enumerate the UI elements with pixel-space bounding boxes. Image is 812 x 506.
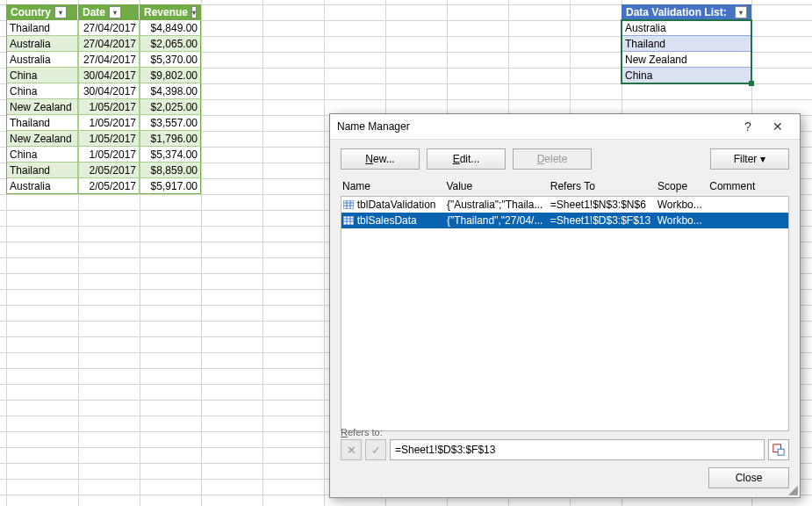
refers-cell: =Sheet1!$D$3:$F$13	[549, 214, 656, 227]
name-manager-dialog: Name Manager ? ✕ NNew...ew... Edit... De…	[329, 113, 801, 498]
table-cell[interactable]: 1/05/2017	[78, 115, 140, 131]
dialog-footer: Close	[708, 467, 789, 488]
selection-outline	[622, 20, 751, 83]
table-cell[interactable]: Thailand	[6, 115, 78, 131]
table-cell[interactable]: $1,796.00	[140, 131, 201, 147]
filter-dropdown-icon[interactable]: ▾	[191, 6, 197, 18]
selection-handle[interactable]	[749, 81, 754, 86]
range-picker-button[interactable]	[768, 439, 789, 460]
filter-dropdown-icon[interactable]: ▾	[54, 6, 67, 18]
filter-dropdown-icon[interactable]: ▾	[735, 6, 747, 18]
validation-header[interactable]: Data Validation List: ▾	[622, 4, 751, 20]
table-cell[interactable]: 27/04/2017	[78, 36, 140, 52]
table-cell[interactable]: 1/05/2017	[78, 131, 140, 147]
table-cell[interactable]: New Zealand	[6, 131, 78, 147]
dialog-title: Name Manager	[337, 120, 733, 133]
table-cell[interactable]: 2/05/2017	[78, 178, 140, 194]
refers-accept-button: ✓	[365, 439, 386, 460]
col-value[interactable]: Value	[444, 178, 548, 194]
svg-rect-11	[778, 449, 784, 455]
table-cell[interactable]: $2,025.00	[140, 99, 201, 115]
table-cell[interactable]: 1/05/2017	[78, 147, 140, 163]
svg-rect-5	[343, 216, 354, 225]
col-refers[interactable]: Refers To	[549, 178, 656, 194]
refers-to-value: =Sheet1!$D$3:$F$13	[395, 444, 495, 456]
col-name[interactable]: Name	[341, 178, 444, 194]
dialog-toolbar: NNew...ew... Edit... Delete Filter▾	[330, 140, 800, 177]
col-comment[interactable]: Comment	[708, 178, 789, 194]
name-cell: tblDataValidation	[356, 199, 445, 211]
edit-button[interactable]: Edit...	[427, 148, 506, 170]
filter-dropdown-icon[interactable]: ▾	[109, 6, 121, 18]
dialog-titlebar[interactable]: Name Manager ? ✕	[330, 114, 800, 140]
table-cell[interactable]: New Zealand	[6, 99, 78, 115]
table-cell[interactable]: $5,370.00	[140, 52, 201, 68]
close-button[interactable]: Close	[708, 467, 789, 488]
table-cell[interactable]: $4,849.00	[140, 20, 201, 36]
sales-col-country[interactable]: Country ▾	[6, 4, 78, 20]
table-cell[interactable]: 1/05/2017	[78, 99, 140, 115]
validation-header-label: Data Validation List:	[626, 6, 727, 18]
name-entry[interactable]: tblSalesData{"Thailand","27/04/...=Sheet…	[341, 213, 788, 228]
delete-button: Delete	[513, 148, 592, 170]
sales-col-date-label: Date	[83, 6, 105, 18]
table-icon	[341, 216, 356, 225]
new-button[interactable]: NNew...ew...	[341, 148, 420, 170]
name-entry[interactable]: tblDataValidation{"Australia";"Thaila...…	[341, 197, 788, 213]
table-cell[interactable]: $3,557.00	[140, 115, 201, 131]
table-cell[interactable]: Thailand	[6, 20, 78, 36]
table-cell[interactable]: 2/05/2017	[78, 163, 140, 178]
worksheet: Country ▾ Date ▾ Revenue ▾ Thailand27/04…	[0, 0, 812, 506]
scope-cell: Workbo...	[656, 214, 708, 227]
table-icon	[341, 200, 356, 209]
table-cell[interactable]: 30/04/2017	[78, 83, 140, 99]
col-scope[interactable]: Scope	[656, 178, 708, 194]
table-cell[interactable]: $5,917.00	[140, 178, 201, 194]
table-cell[interactable]: $4,398.00	[140, 83, 201, 99]
names-list-header: Name Value Refers To Scope Comment	[330, 178, 800, 194]
table-cell[interactable]: Australia	[6, 36, 78, 52]
dialog-close-button[interactable]: ✕	[763, 119, 793, 134]
value-cell: {"Thailand","27/04/...	[445, 214, 549, 227]
table-cell[interactable]: China	[6, 68, 78, 83]
filter-button[interactable]: Filter▾	[710, 148, 789, 170]
table-cell[interactable]: China	[6, 83, 78, 99]
table-cell[interactable]: $5,374.00	[140, 147, 201, 163]
sales-col-revenue[interactable]: Revenue ▾	[140, 4, 201, 20]
table-cell[interactable]: Thailand	[6, 163, 78, 178]
sales-col-country-label: Country	[11, 6, 51, 18]
table-cell[interactable]: $8,859.00	[140, 163, 201, 178]
value-cell: {"Australia";"Thaila...	[445, 199, 549, 211]
sales-col-date[interactable]: Date ▾	[78, 4, 140, 20]
range-picker-icon	[772, 444, 785, 456]
resize-grip-icon[interactable]: ◢	[787, 485, 798, 495]
refers-cell: =Sheet1!$N$3:$N$6	[549, 199, 656, 211]
dialog-help-button[interactable]: ?	[733, 119, 763, 134]
names-list[interactable]: tblDataValidation{"Australia";"Thaila...…	[341, 196, 789, 431]
refers-to-input[interactable]: =Sheet1!$D$3:$F$13	[390, 439, 765, 460]
sales-col-revenue-label: Revenue	[144, 6, 188, 18]
table-cell[interactable]: 27/04/2017	[78, 20, 140, 36]
svg-rect-0	[343, 200, 354, 209]
table-cell[interactable]: $9,802.00	[140, 68, 201, 83]
refers-cancel-button: ✕	[341, 439, 362, 460]
scope-cell: Workbo...	[656, 199, 708, 211]
table-cell[interactable]: China	[6, 147, 78, 163]
name-cell: tblSalesData	[356, 214, 445, 227]
table-cell[interactable]: Australia	[6, 178, 78, 194]
table-cell[interactable]: Australia	[6, 52, 78, 68]
refers-to-label: Refers to:	[341, 427, 789, 437]
table-cell[interactable]: $2,065.00	[140, 36, 201, 52]
table-cell[interactable]: 27/04/2017	[78, 52, 140, 68]
table-cell[interactable]: 30/04/2017	[78, 68, 140, 83]
refers-to-section: Refers to: ✕ ✓ =Sheet1!$D$3:$F$13	[341, 427, 789, 460]
